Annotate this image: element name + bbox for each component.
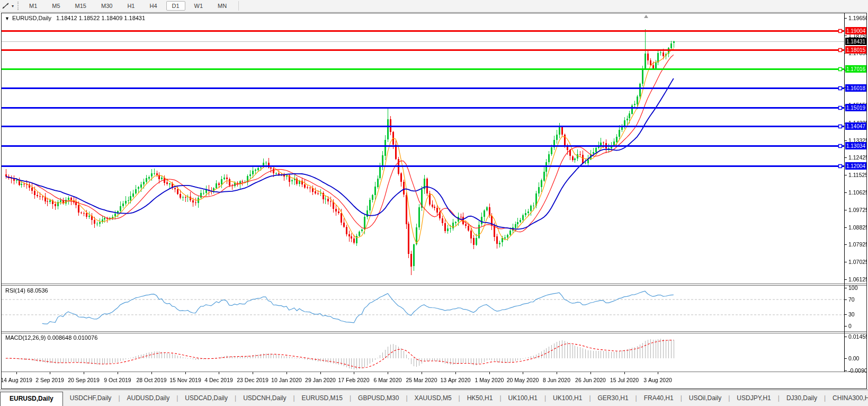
chart-tab-usdcnh-daily[interactable]: USDCNH,Daily bbox=[236, 392, 293, 406]
chart-tab-hk50-h1[interactable]: HK50,H1 bbox=[460, 392, 500, 406]
timeframe-toolbar: ▾ M1M5M15M30H1H4D1W1MN bbox=[0, 0, 868, 12]
timeframe-button-w1[interactable]: W1 bbox=[189, 1, 209, 11]
chart-ohlc-values: 1.18412 1.18522 1.18409 1.18431 bbox=[56, 15, 145, 21]
chart-tab-ger30-h1[interactable]: GER30,H1 bbox=[591, 392, 636, 406]
chart-collapse-caret-icon[interactable]: ▼ bbox=[5, 16, 10, 21]
chart-tab-eurusd-m15[interactable]: EURUSD,M15 bbox=[295, 392, 350, 406]
toolbar-divider bbox=[238, 1, 239, 11]
chart-tab-usdjpy-h1[interactable]: USDJPY,H1 bbox=[730, 392, 777, 406]
chart-tab-usdcad-daily[interactable]: USDCAD,Daily bbox=[178, 392, 235, 406]
rsi-indicator-label: RSI(14) 68.0536 bbox=[5, 287, 48, 294]
chart-tab-usoil-daily[interactable]: USOil,Daily bbox=[682, 392, 728, 406]
timeframe-button-d1[interactable]: D1 bbox=[166, 1, 185, 11]
timeframe-button-m15[interactable]: M15 bbox=[69, 1, 92, 11]
chart-title: ▼EURUSD,Daily1.18412 1.18522 1.18409 1.1… bbox=[5, 15, 145, 21]
chart-tab-uk100-h1[interactable]: UK100,H1 bbox=[502, 392, 544, 406]
trading-terminal: { "toolbar": { "dropdown_caret": "▾", "t… bbox=[0, 0, 868, 406]
toolbar-grip[interactable] bbox=[17, 2, 19, 10]
timeframe-button-h4[interactable]: H4 bbox=[144, 1, 163, 11]
chart-tab-xauusd-m5[interactable]: XAUUSD,M5 bbox=[408, 392, 459, 406]
chart-tab-china300-h4[interactable]: CHINA300,H4 bbox=[826, 392, 868, 406]
chart-tab-bar: EURUSD,DailyUSDCHF,Daily|AUDUSD,Daily|US… bbox=[0, 390, 868, 406]
timeframe-button-h1[interactable]: H1 bbox=[121, 1, 140, 11]
chart-tab-fra40-h1[interactable]: FRA40,H1 bbox=[637, 392, 681, 406]
timeframe-button-m5[interactable]: M5 bbox=[46, 1, 66, 11]
timeframe-button-m30[interactable]: M30 bbox=[95, 1, 118, 11]
timeframe-button-m1[interactable]: M1 bbox=[23, 1, 43, 11]
chart-tab-usdchf-daily[interactable]: USDCHF,Daily bbox=[63, 392, 119, 406]
timeframe-button-mn[interactable]: MN bbox=[212, 1, 232, 11]
chart-tab-gbpusd-m30[interactable]: GBPUSD,M30 bbox=[351, 392, 406, 406]
line-studies-icon[interactable] bbox=[1, 2, 11, 10]
timeframe-buttons: M1M5M15M30H1H4D1W1MN bbox=[22, 1, 234, 11]
macd-indicator-label: MACD(12,26,9) 0.008648 0.010076 bbox=[5, 334, 97, 341]
chart-tab-uk100-h1[interactable]: UK100,H1 bbox=[546, 392, 589, 406]
chart-symbol-label: EURUSD,Daily bbox=[12, 15, 51, 21]
chart-tab-eurusd-daily[interactable]: EURUSD,Daily bbox=[0, 392, 63, 406]
chart-canvas[interactable] bbox=[2, 13, 866, 389]
tool-dropdown-caret-icon[interactable]: ▾ bbox=[12, 4, 14, 8]
chart-window: ▼EURUSD,Daily1.18412 1.18522 1.18409 1.1… bbox=[1, 13, 867, 389]
chart-tab-audusd-daily[interactable]: AUDUSD,Daily bbox=[120, 392, 177, 406]
chart-tab-dj30-daily[interactable]: DJ30,Daily bbox=[780, 392, 824, 406]
tab-list: EURUSD,DailyUSDCHF,Daily|AUDUSD,Daily|US… bbox=[0, 391, 868, 406]
